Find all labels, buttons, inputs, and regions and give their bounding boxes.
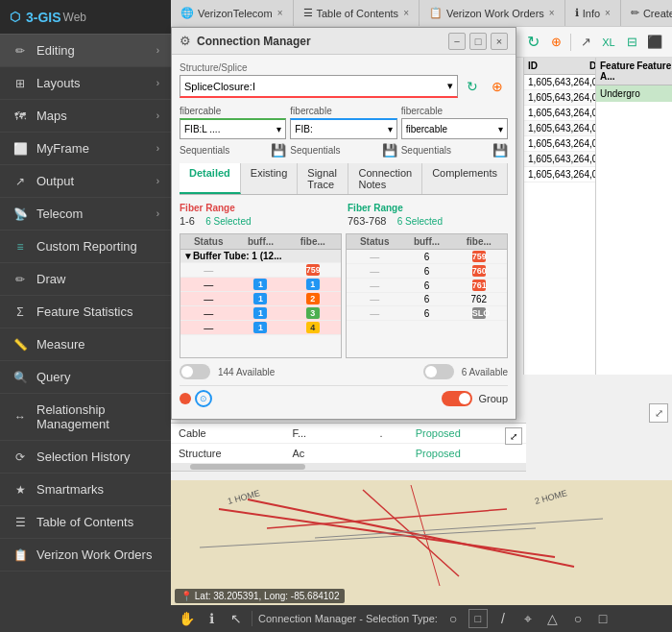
col1-value: FIB:L .... bbox=[184, 124, 220, 134]
line-tool[interactable]: / bbox=[493, 609, 513, 628]
horizontal-scrollbar[interactable] bbox=[171, 463, 526, 471]
pointer-btn[interactable]: ↗ bbox=[574, 31, 597, 54]
refresh-btn[interactable]: ↻ bbox=[521, 31, 544, 54]
network-icon[interactable]: ⊙ bbox=[195, 390, 212, 407]
col2-seq: Sequentials bbox=[290, 145, 378, 156]
tab-close[interactable]: × bbox=[277, 8, 283, 18]
tab-existing[interactable]: Existing bbox=[241, 163, 299, 194]
circle-tool[interactable]: ○ bbox=[444, 609, 463, 628]
right-fiber-row-2[interactable]: — 6 760 bbox=[347, 264, 507, 279]
sidebar-item-telecom[interactable]: 📡 Telecom › bbox=[0, 198, 171, 231]
sidebar-item-relationship-management[interactable]: ↔ Relationship Management bbox=[0, 394, 171, 441]
tab-create-feature[interactable]: ✏ Create Feature bbox=[621, 0, 672, 26]
myframe-icon: ⬜ bbox=[12, 142, 29, 156]
right-fiber-row-4[interactable]: — 6 762 bbox=[347, 293, 507, 306]
query-icon: 🔍 bbox=[12, 371, 29, 384]
poly-tool[interactable]: △ bbox=[543, 609, 563, 628]
tab-verizon-telecom[interactable]: 🌐 VerizonTelecom × bbox=[171, 0, 294, 26]
sidebar-item-query[interactable]: 🔍 Query bbox=[0, 361, 171, 394]
col1-seq: Sequentials bbox=[180, 145, 268, 156]
toggle-left[interactable] bbox=[180, 364, 210, 379]
fiber-table-header-right: Status buff... fibe... bbox=[347, 234, 507, 250]
lasso-tool[interactable]: ⌖ bbox=[518, 609, 538, 628]
telecom-icon: 📡 bbox=[12, 207, 29, 221]
circle-tool2[interactable]: ○ bbox=[568, 609, 588, 628]
feature-row[interactable]: Undergro bbox=[596, 85, 672, 102]
chevron-icon: › bbox=[156, 78, 159, 88]
bottom-expand-icon[interactable]: ⤢ bbox=[505, 427, 522, 445]
structure-dropdown[interactable]: SpliceClosure:I ▾ bbox=[180, 75, 458, 98]
col1-dropdown[interactable]: FIB:L .... ▾ bbox=[180, 118, 286, 139]
sidebar-item-output[interactable]: ↗ Output › bbox=[0, 165, 171, 198]
col3-seq-row: Sequentials 💾 bbox=[401, 143, 508, 158]
sidebar-item-maps[interactable]: 🗺 Maps › bbox=[0, 100, 171, 133]
tab-close[interactable]: × bbox=[403, 8, 409, 18]
fiber-row-3[interactable]: — 1 2 bbox=[180, 292, 341, 306]
col3-dropdown[interactable]: fibercable ▾ bbox=[401, 118, 508, 139]
pointer-tool[interactable]: ↖ bbox=[227, 609, 246, 628]
col2-dropdown[interactable]: FIB: ▾ bbox=[290, 118, 396, 139]
expand-icon[interactable]: ⤢ bbox=[649, 403, 668, 423]
tab-verizon-work-orders[interactable]: 📋 Verizon Work Orders × bbox=[420, 0, 565, 26]
status-cell: — bbox=[183, 294, 233, 304]
chevron-icon: › bbox=[156, 45, 159, 56]
sidebar-item-draw[interactable]: ✏ Draw bbox=[0, 263, 171, 296]
fiber-row-5[interactable]: — 1 4 bbox=[180, 321, 341, 335]
grid-btn[interactable]: ⊟ bbox=[620, 31, 643, 54]
table-row[interactable]: Structure Ac Proposed bbox=[171, 444, 526, 464]
sidebar-item-custom-reporting[interactable]: ≡ Custom Reporting bbox=[0, 231, 171, 263]
refresh-icon[interactable]: ↻ bbox=[462, 76, 483, 97]
tab-table-of-contents[interactable]: ☰ Table of Contents × bbox=[294, 0, 420, 26]
col3-arrow: ▾ bbox=[498, 124, 503, 134]
sidebar-item-editing[interactable]: ✏ Editing › bbox=[0, 35, 171, 67]
pin-btn[interactable]: ⊕ bbox=[544, 31, 567, 54]
table-row[interactable]: Cable F... . Proposed bbox=[171, 424, 526, 444]
tab-connection-notes[interactable]: Connection Notes bbox=[348, 163, 422, 194]
map-area: 1 HOME 2 HOME 📍 Lat: 38.205391, Long: -8… bbox=[171, 480, 672, 605]
highlight-btn[interactable]: ⬛ bbox=[643, 31, 666, 54]
pin-icon[interactable]: ⊕ bbox=[487, 76, 508, 97]
sidebar-item-selection-history[interactable]: ⟳ Selection History bbox=[0, 441, 171, 474]
sidebar-item-feature-statistics[interactable]: Σ Feature Statistics bbox=[0, 296, 171, 328]
dialog-maximize[interactable]: □ bbox=[469, 33, 487, 50]
dialog-content: Structure/Splice SpliceClosure:I ▾ ↻ ⊕ f… bbox=[172, 55, 516, 419]
save-icon3[interactable]: 💾 bbox=[492, 143, 508, 158]
fiber-row-2[interactable]: — 1 1 bbox=[180, 278, 341, 292]
tab-close[interactable]: × bbox=[549, 8, 555, 18]
fiber-row-4[interactable]: — 1 3 bbox=[180, 306, 341, 321]
fiber-row-1[interactable]: — 759 bbox=[180, 263, 341, 278]
save-icon[interactable]: 💾 bbox=[271, 143, 286, 158]
logo-icon: ⬡ bbox=[10, 10, 20, 24]
info-tool[interactable]: ℹ bbox=[202, 609, 221, 628]
feature-value: Undergro bbox=[600, 88, 640, 99]
col1-seq-row: Sequentials 💾 bbox=[180, 143, 286, 158]
sidebar-item-measure[interactable]: 📏 Measure bbox=[0, 328, 171, 361]
tab-info[interactable]: ℹ Info × bbox=[565, 0, 621, 26]
sidebar-item-myframe[interactable]: ⬜ MyFrame › bbox=[0, 133, 171, 165]
fiber-cell-r2: 760 bbox=[454, 265, 504, 277]
hand-tool[interactable]: ✋ bbox=[177, 609, 196, 628]
tab-close[interactable]: × bbox=[605, 8, 611, 18]
toggle-right[interactable] bbox=[423, 364, 454, 379]
right-fiber-row-3[interactable]: — 6 761 bbox=[347, 279, 507, 293]
sidebar-item-layouts[interactable]: ⊞ Layouts › bbox=[0, 67, 171, 100]
group-toggle[interactable] bbox=[442, 391, 472, 406]
buff-cell-r2: 6 bbox=[401, 266, 451, 277]
sidebar-item-verizon-work-orders[interactable]: 📋 Verizon Work Orders bbox=[0, 539, 171, 571]
dialog-minimize[interactable]: − bbox=[448, 33, 466, 50]
save-icon2[interactable]: 💾 bbox=[382, 143, 397, 158]
tab-signal-trace[interactable]: Signal Trace bbox=[298, 163, 348, 194]
sidebar-item-table-of-contents[interactable]: ☰ Table of Contents bbox=[0, 506, 171, 539]
right-available: 6 Available bbox=[462, 367, 508, 377]
tab-detailed[interactable]: Detailed bbox=[180, 163, 241, 194]
svg-text:2 HOME: 2 HOME bbox=[534, 488, 568, 506]
right-fiber-row-1[interactable]: — 6 759 bbox=[347, 250, 507, 264]
col2-seq-row: Sequentials 💾 bbox=[290, 143, 396, 158]
sidebar-item-smartmarks[interactable]: ★ Smartmarks bbox=[0, 474, 171, 506]
tab-complements[interactable]: Complements bbox=[422, 163, 508, 194]
rect-tool[interactable]: □ bbox=[468, 609, 488, 628]
excel-btn[interactable]: XL bbox=[597, 31, 620, 54]
dialog-close[interactable]: × bbox=[491, 33, 508, 50]
square-tool[interactable]: □ bbox=[593, 609, 612, 628]
right-fiber-row-5[interactable]: — 6 SLO bbox=[347, 306, 507, 321]
